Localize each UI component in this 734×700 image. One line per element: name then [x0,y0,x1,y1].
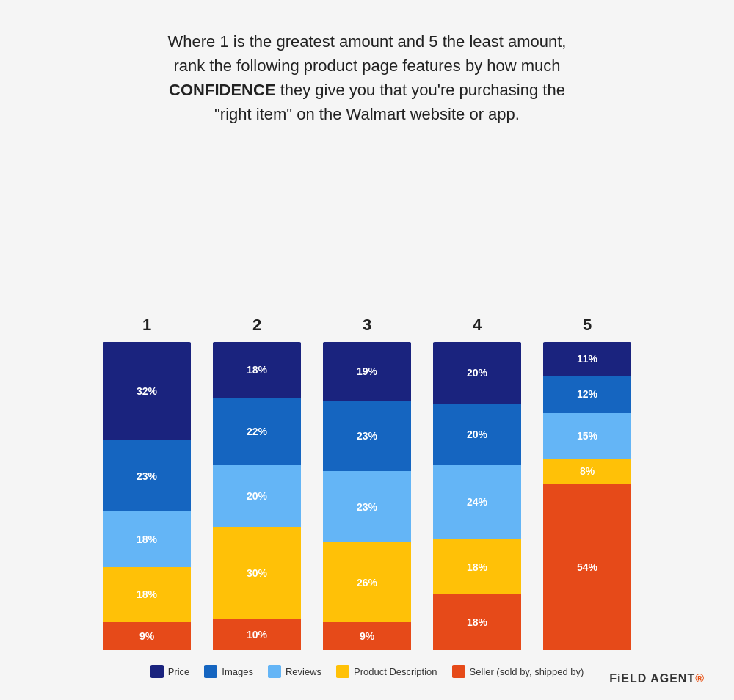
bar-segment-price: 11% [543,342,631,376]
bar-rank-label: 1 [142,316,151,335]
legend-color-reviews [268,665,281,678]
stacked-bar: 19%23%23%26%9% [323,342,411,650]
bar-segment-product_description: 18% [433,539,521,595]
bar-segment-product_description: 8% [543,459,631,484]
bar-segment-reviews: 15% [543,413,631,459]
bar-rank-label: 2 [252,316,261,335]
bar-segment-images: 12% [543,376,631,412]
bar-group-1: 132%23%18%18%9% [103,316,191,650]
legend: PriceImagesReviewsProduct DescriptionSel… [150,665,584,678]
legend-label: Seller (sold by, shipped by) [470,666,584,677]
bar-group-5: 511%12%15%8%54% [543,316,631,650]
bar-group-4: 420%20%24%18%18% [433,316,521,650]
legend-item-price: Price [150,665,190,678]
bar-segment-price: 20% [433,342,521,404]
bar-segment-seller: 9% [323,622,411,650]
legend-label: Price [168,666,190,677]
legend-color-images [204,665,217,678]
bar-segment-product_description: 18% [103,567,191,623]
bar-rank-label: 5 [583,316,592,335]
main-container: Where 1 is the greatest amount and 5 the… [0,0,734,700]
bar-rank-label: 3 [363,316,371,335]
bar-segment-seller: 18% [433,594,521,650]
bar-segment-images: 20% [433,404,521,465]
legend-label: Images [222,666,253,677]
bar-segment-images: 23% [323,401,411,472]
stacked-bar: 18%22%20%30%10% [213,342,301,650]
bar-segment-seller: 9% [103,622,191,650]
bar-segment-reviews: 24% [433,465,521,539]
stacked-bar: 11%12%15%8%54% [543,342,631,650]
bar-segment-seller: 54% [543,484,631,650]
bar-group-3: 319%23%23%26%9% [323,316,411,650]
bar-rank-label: 4 [473,316,482,335]
legend-item-reviews: Reviews [268,665,321,678]
bar-segment-price: 18% [213,342,301,398]
bar-segment-reviews: 18% [103,511,191,567]
bar-segment-seller: 10% [213,619,301,650]
bar-segment-images: 22% [213,398,301,465]
legend-label: Product Description [354,666,437,677]
bar-segment-price: 32% [103,342,191,440]
legend-item-seller: Seller (sold by, shipped by) [452,665,584,678]
bar-group-2: 218%22%20%30%10% [213,316,301,650]
chart-title: Where 1 is the greatest amount and 5 the… [168,29,567,126]
legend-label: Reviews [286,666,321,677]
stacked-bar: 20%20%24%18%18% [433,342,521,650]
legend-color-product_description [336,665,349,678]
bar-segment-product_description: 26% [323,542,411,622]
stacked-bar: 32%23%18%18%9% [103,342,191,650]
bar-segment-price: 19% [323,342,411,401]
legend-item-product_description: Product Description [336,665,437,678]
chart-area: 132%23%18%18%9%218%22%20%30%10%319%23%23… [44,156,690,650]
bar-segment-product_description: 30% [213,527,301,619]
legend-item-images: Images [204,665,253,678]
bar-segment-reviews: 20% [213,465,301,527]
bar-segment-images: 23% [103,440,191,511]
bar-segment-reviews: 23% [323,471,411,542]
legend-color-seller [452,665,465,678]
legend-color-price [150,665,164,678]
